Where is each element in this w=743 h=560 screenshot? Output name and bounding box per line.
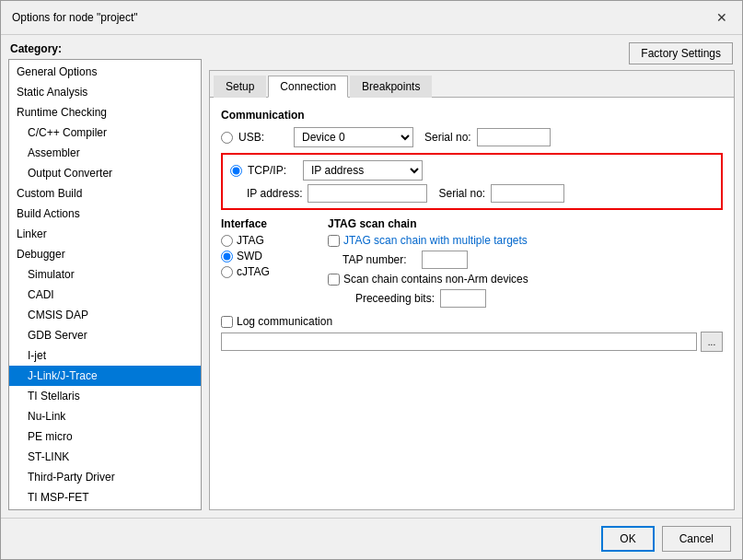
- ip-address-row: IP address: 192.168.56.1 Serial no:: [230, 184, 714, 203]
- title-bar: Options for node "project" ✕: [1, 1, 742, 35]
- ok-button[interactable]: OK: [601, 526, 654, 552]
- swd-iface-label: SWD: [237, 250, 262, 262]
- jtag-multiple-row: JTAG scan chain with multiple targets: [328, 234, 723, 247]
- log-comm-label: Log communication: [237, 315, 332, 328]
- log-path-row: $PROJ_DIR$\cspycomm.log ...: [221, 332, 723, 352]
- usb-serial-input[interactable]: [477, 128, 551, 146]
- sidebar-item-static-analysis[interactable]: Static Analysis: [9, 82, 201, 102]
- dialog-body: Category: General OptionsStatic Analysis…: [1, 35, 742, 518]
- scan-chain-devices-row: Scan chain contains non-Arm devices: [328, 273, 723, 286]
- usb-row: USB: Device 0 Serial no:: [221, 127, 723, 147]
- scan-chain-label: Scan chain contains non-Arm devices: [343, 273, 528, 286]
- close-button[interactable]: ✕: [713, 8, 731, 27]
- jtag-radio-row: JTAG: [221, 234, 313, 247]
- jtag-multiple-link[interactable]: JTAG scan chain with multiple targets: [343, 234, 528, 247]
- dialog: Options for node "project" ✕ Category: G…: [0, 0, 743, 560]
- tab-setup[interactable]: Setup: [214, 76, 266, 98]
- sidebar-item-linker[interactable]: Linker: [9, 224, 201, 244]
- category-label: Category:: [8, 42, 202, 55]
- tcp-label: TCP/IP:: [248, 164, 297, 177]
- sidebar-item-build-actions[interactable]: Build Actions: [9, 204, 201, 224]
- category-tree: General OptionsStatic AnalysisRuntime Ch…: [8, 59, 202, 510]
- log-comm-checkbox[interactable]: [221, 316, 233, 328]
- tap-number-label: TAP number:: [342, 253, 416, 266]
- factory-settings-button[interactable]: Factory Settings: [629, 42, 733, 64]
- cjtag-iface-label: cJTAG: [237, 265, 270, 278]
- preceeding-bits-row: Preceeding bits: 0: [328, 289, 723, 308]
- log-path-input[interactable]: $PROJ_DIR$\cspycomm.log: [221, 332, 697, 351]
- sidebar-item-output-converter[interactable]: Output Converter: [9, 163, 201, 183]
- right-panel: Factory Settings SetupConnectionBreakpoi…: [209, 42, 735, 510]
- tab-bar: SetupConnectionBreakpoints: [210, 71, 734, 98]
- jtag-multiple-label: JTAG scan chain with multiple targets: [343, 234, 528, 247]
- sidebar-item-gdb-server[interactable]: GDB Server: [9, 325, 201, 345]
- tcp-radio-row: TCP/IP: IP address: [230, 160, 714, 181]
- sidebar-item-assembler[interactable]: Assembler: [9, 143, 201, 163]
- jtag-iface-label: JTAG: [237, 234, 264, 247]
- tcp-mode-select[interactable]: IP address: [303, 160, 423, 181]
- cjtag-radio-row: cJTAG: [221, 265, 313, 278]
- sidebar-item-general-options[interactable]: General Options: [9, 62, 201, 82]
- sidebar-item-st-link[interactable]: ST-LINK: [9, 447, 201, 467]
- jtag-scan-box: JTAG scan chain JTAG scan chain with mul…: [328, 217, 723, 308]
- tab-connection[interactable]: Connection: [268, 76, 348, 98]
- usb-device-select[interactable]: Device 0: [294, 127, 413, 147]
- sidebar-item-cadi[interactable]: CADI: [9, 285, 201, 305]
- jtag-multiple-checkbox[interactable]: [328, 235, 340, 247]
- sidebar-item-pe-micro[interactable]: PE micro: [9, 426, 201, 447]
- jtag-iface-radio[interactable]: [221, 235, 233, 247]
- sidebar-item-runtime-checking[interactable]: Runtime Checking: [9, 102, 201, 122]
- sidebar-item-nu-link[interactable]: Nu-Link: [9, 406, 201, 426]
- cancel-button[interactable]: Cancel: [662, 526, 731, 552]
- ip-address-label: IP address:: [230, 187, 302, 200]
- communication-label: Communication: [221, 109, 723, 122]
- tab-breakpoints[interactable]: Breakpoints: [350, 76, 432, 98]
- tab-content-connection: Communication USB: Device 0 Serial no:: [210, 98, 734, 509]
- sidebar-item-simulator[interactable]: Simulator: [9, 264, 201, 285]
- sidebar-item-ti-xds[interactable]: TI XDS: [9, 508, 201, 510]
- log-comm-row: Log communication: [221, 315, 723, 328]
- factory-row: Factory Settings: [209, 42, 735, 64]
- browse-button[interactable]: ...: [701, 332, 723, 352]
- tcp-radio[interactable]: [230, 165, 242, 177]
- usb-label: USB:: [238, 131, 288, 144]
- usb-radio[interactable]: [221, 132, 233, 144]
- preceeding-bits-label: Preceeding bits:: [342, 292, 435, 305]
- tap-number-input[interactable]: 0: [422, 251, 468, 269]
- interface-box: Interface JTAG SWD cJTAG: [221, 217, 313, 308]
- jtag-scan-chain-label: JTAG scan chain: [328, 217, 723, 230]
- sidebar-item-jlink-jtrace[interactable]: J-Link/J-Trace: [9, 366, 201, 386]
- dialog-footer: OK Cancel: [1, 518, 742, 559]
- sidebar-item-ti-stellaris[interactable]: TI Stellaris: [9, 386, 201, 406]
- sidebar-item-cmsis-dap[interactable]: CMSIS DAP: [9, 305, 201, 325]
- interface-label: Interface: [221, 217, 313, 230]
- sidebar-item-custom-build[interactable]: Custom Build: [9, 183, 201, 204]
- tcp-serial-label: Serial no:: [438, 187, 485, 200]
- left-panel: Category: General OptionsStatic Analysis…: [8, 42, 202, 510]
- scan-chain-checkbox[interactable]: [328, 274, 340, 286]
- swd-radio-row: SWD: [221, 250, 313, 262]
- sidebar-item-debugger[interactable]: Debugger: [9, 244, 201, 264]
- dialog-title: Options for node "project": [12, 11, 138, 24]
- content-area: SetupConnectionBreakpoints Communication…: [209, 70, 735, 510]
- tap-number-row: TAP number: 0: [328, 251, 723, 269]
- interface-jtag-row: Interface JTAG SWD cJTAG: [221, 217, 723, 308]
- sidebar-item-ti-msp-fet[interactable]: TI MSP-FET: [9, 487, 201, 508]
- cjtag-iface-radio[interactable]: [221, 266, 233, 278]
- usb-serial-label: Serial no:: [424, 131, 471, 144]
- sidebar-item-third-party-driver[interactable]: Third-Party Driver: [9, 467, 201, 487]
- sidebar-item-cpp-compiler[interactable]: C/C++ Compiler: [9, 122, 201, 143]
- tcp-box: TCP/IP: IP address IP address: 192.168.5…: [221, 153, 723, 210]
- sidebar-item-i-jet[interactable]: I-jet: [9, 345, 201, 366]
- preceeding-bits-input[interactable]: 0: [440, 289, 486, 308]
- tcp-serial-input[interactable]: [491, 184, 564, 203]
- swd-iface-radio[interactable]: [221, 251, 233, 262]
- ip-address-input[interactable]: 192.168.56.1: [308, 184, 427, 203]
